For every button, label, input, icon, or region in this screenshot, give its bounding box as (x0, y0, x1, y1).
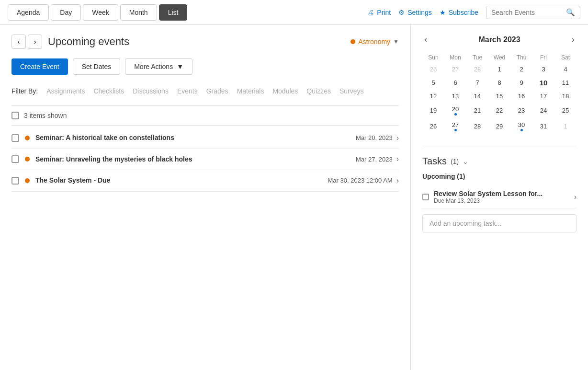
event-checkbox-2[interactable] (11, 155, 19, 163)
header-row: ‹ › Upcoming events Astronomy ▼ (11, 35, 399, 49)
cal-cell[interactable]: 1 (554, 118, 577, 134)
tasks-header: Tasks (1) ⌄ (422, 156, 577, 167)
cal-cell[interactable]: 28 (466, 63, 488, 76)
cal-cell[interactable]: 2 (510, 63, 532, 76)
tab-day[interactable]: Day (51, 4, 81, 21)
cal-cell[interactable]: 17 (532, 90, 554, 103)
cal-cell[interactable]: 11 (554, 76, 577, 90)
cal-cell[interactable]: 25 (554, 103, 577, 118)
prev-arrow[interactable]: ‹ (11, 35, 26, 49)
filter-surveys[interactable]: Surveys (336, 86, 368, 96)
gear-icon: ⚙ (398, 9, 405, 16)
cal-cell[interactable]: 26 (422, 63, 444, 76)
task-checkbox-1[interactable] (422, 194, 429, 200)
cal-cell[interactable]: 29 (488, 118, 510, 134)
event-row-3[interactable]: The Solar System - Due Mar 30, 2023 12:0… (11, 170, 399, 192)
event-row-1[interactable]: Seminar: A historical take on constellat… (11, 127, 399, 149)
filter-grades[interactable]: Grades (203, 86, 232, 96)
upcoming-label: Upcoming (1) (422, 173, 577, 180)
items-count: 3 items shown (24, 112, 67, 119)
cal-cell[interactable]: 6 (444, 76, 466, 90)
tab-week[interactable]: Week (83, 4, 118, 21)
event-date-2: Mar 27, 2023 (356, 156, 393, 163)
tasks-count: (1) (451, 158, 459, 165)
event-chevron-3: › (396, 176, 399, 185)
cal-cell[interactable]: 3 (532, 63, 554, 76)
cal-cell[interactable]: 27 (444, 118, 466, 134)
divider (422, 146, 577, 146)
cal-cell[interactable]: 16 (510, 90, 532, 103)
task-item-1[interactable]: Review Solar System Lesson for... Due Ma… (422, 186, 577, 208)
cal-cell[interactable]: 13 (444, 90, 466, 103)
tab-list[interactable]: List (159, 4, 188, 21)
cal-cell[interactable]: 4 (554, 63, 577, 76)
cal-cell[interactable]: 24 (532, 103, 554, 118)
event-row-2[interactable]: Seminar: Unraveling the mysteries of bla… (11, 149, 399, 171)
cal-prev-button[interactable]: ‹ (422, 35, 429, 45)
cal-day-thu: Thu (510, 52, 532, 63)
event-checkbox-1[interactable] (11, 134, 19, 142)
cal-cell[interactable]: 1 (488, 63, 510, 76)
tab-agenda[interactable]: Agenda (8, 4, 49, 21)
add-task-box[interactable]: Add an upcoming task... (422, 214, 577, 232)
filter-modules[interactable]: Modules (269, 86, 302, 96)
nav-arrows: ‹ › (11, 35, 42, 49)
more-actions-button[interactable]: More Actions ▼ (125, 58, 192, 75)
tasks-chevron-icon[interactable]: ⌄ (463, 158, 468, 165)
nav-actions: 🖨 Print ⚙ Settings ★ Subscribe 🔍 (367, 6, 580, 19)
event-title-3: The Solar System - Due (35, 176, 328, 185)
event-dot-3 (25, 178, 30, 183)
cal-cell[interactable]: 10 (532, 76, 554, 90)
cal-cell[interactable]: 14 (466, 90, 488, 103)
select-all-checkbox[interactable] (11, 112, 19, 119)
cal-cell[interactable]: 31 (532, 118, 554, 134)
cal-day-tue: Tue (466, 52, 488, 63)
cal-cell[interactable]: 22 (488, 103, 510, 118)
cal-cell[interactable]: 18 (554, 90, 577, 103)
set-dates-button[interactable]: Set Dates (73, 58, 120, 75)
cal-cell[interactable]: 30 (510, 118, 532, 134)
tab-month[interactable]: Month (120, 4, 157, 21)
cal-day-sat: Sat (554, 52, 577, 63)
filter-materials[interactable]: Materials (233, 86, 268, 96)
chevron-down-icon: ▼ (393, 38, 399, 45)
print-button[interactable]: 🖨 Print (367, 9, 391, 16)
cal-cell[interactable]: 19 (422, 103, 444, 118)
filter-discussions[interactable]: Discussions (129, 86, 172, 96)
calendar-grid: Sun Mon Tue Wed Thu Fri Sat 262728123456… (422, 52, 577, 134)
cal-cell[interactable]: 9 (510, 76, 532, 90)
action-row: Create Event Set Dates More Actions ▼ (11, 58, 399, 75)
cal-cell[interactable]: 7 (466, 76, 488, 90)
items-row: 3 items shown (11, 105, 399, 126)
cal-cell[interactable]: 21 (466, 103, 488, 118)
task-info-1: Review Solar System Lesson for... Due Ma… (434, 190, 569, 204)
cal-cell[interactable]: 15 (488, 90, 510, 103)
filter-events[interactable]: Events (173, 86, 202, 96)
add-task-placeholder: Add an upcoming task... (430, 220, 501, 227)
subscribe-button[interactable]: ★ Subscribe (440, 9, 478, 16)
filter-assignments[interactable]: Assignments (43, 86, 89, 96)
create-event-button[interactable]: Create Event (11, 58, 68, 75)
event-dot-2 (25, 157, 30, 162)
course-badge[interactable]: Astronomy ▼ (351, 38, 399, 46)
filter-checklists[interactable]: Checklists (90, 86, 128, 96)
left-panel: ‹ › Upcoming events Astronomy ▼ Create E… (0, 25, 411, 370)
cal-cell[interactable]: 27 (444, 63, 466, 76)
search-input[interactable] (491, 9, 563, 16)
next-arrow[interactable]: › (28, 35, 42, 49)
cal-cell[interactable]: 28 (466, 118, 488, 134)
cal-cell[interactable]: 20 (444, 103, 466, 118)
cal-day-sun: Sun (422, 52, 444, 63)
cal-cell[interactable]: 26 (422, 118, 444, 134)
event-chevron-2: › (396, 155, 399, 163)
cal-cell[interactable]: 5 (422, 76, 444, 90)
cal-cell[interactable]: 12 (422, 90, 444, 103)
search-icon: 🔍 (566, 8, 575, 17)
settings-button[interactable]: ⚙ Settings (398, 9, 432, 16)
event-checkbox-3[interactable] (11, 177, 19, 185)
filter-quizzes[interactable]: Quizzes (303, 86, 335, 96)
cal-next-button[interactable]: › (570, 35, 577, 45)
filter-label: Filter By: (11, 87, 38, 95)
cal-cell[interactable]: 8 (488, 76, 510, 90)
cal-cell[interactable]: 23 (510, 103, 532, 118)
